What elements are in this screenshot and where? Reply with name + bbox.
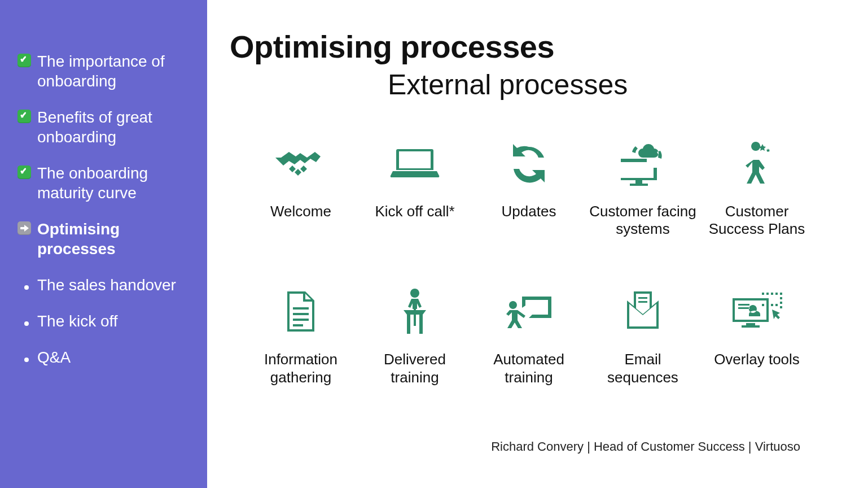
- agenda-item-sales-handover: The sales handover: [16, 274, 194, 295]
- agenda-item-label: The sales handover: [37, 274, 176, 295]
- agenda-item-label: Benefits of great onboarding: [37, 107, 194, 147]
- process-customer-systems: Customer facing systems: [589, 141, 697, 238]
- presenter-footer: Richard Convery | Head of Customer Succe…: [491, 439, 800, 454]
- slide: The importance of onboarding Benefits of…: [0, 0, 868, 488]
- agenda-item-label: The importance of onboarding: [37, 51, 194, 91]
- process-automated-training: Automated training: [475, 289, 583, 386]
- agenda-sidebar: The importance of onboarding Benefits of…: [0, 0, 207, 488]
- agenda-item-benefits: Benefits of great onboarding: [16, 107, 194, 147]
- process-label: Automated training: [475, 351, 583, 386]
- process-label: Overlay tools: [703, 351, 811, 368]
- process-label: Customer Success Plans: [703, 203, 811, 238]
- star-person-icon: [703, 141, 811, 186]
- agenda-item-label: The kick off: [37, 311, 118, 331]
- process-label: Delivered training: [361, 351, 469, 386]
- process-email-sequences: Email sequences: [589, 289, 697, 386]
- check-icon: [16, 52, 33, 69]
- agenda-item-kickoff: The kick off: [16, 311, 194, 331]
- bullet-icon: [16, 312, 33, 329]
- process-success-plans: Customer Success Plans: [703, 141, 811, 238]
- podium-icon: [361, 289, 469, 334]
- process-overlay-tools: Overlay tools: [703, 289, 811, 386]
- process-label: Customer facing systems: [589, 203, 697, 238]
- bullet-icon: [16, 276, 33, 293]
- process-label: Email sequences: [589, 351, 697, 386]
- agenda-item-importance: The importance of onboarding: [16, 51, 194, 91]
- process-updates: Updates: [475, 141, 583, 238]
- check-icon: [16, 164, 33, 181]
- process-label: Welcome: [247, 203, 355, 220]
- process-label: Kick off call*: [361, 203, 469, 220]
- laptop-icon: [361, 141, 469, 186]
- slide-subtitle: External processes: [388, 68, 845, 101]
- agenda-item-qa: Q&A: [16, 347, 194, 367]
- slide-body: Optimising processes External processes …: [207, 0, 868, 488]
- bullet-icon: [16, 348, 33, 365]
- check-icon: [16, 108, 33, 125]
- process-kickoff-call: Kick off call*: [361, 141, 469, 238]
- process-welcome: Welcome: [247, 141, 355, 238]
- monitor-cloud-icon: [589, 141, 697, 186]
- agenda-item-label: The onboarding maturity curve: [37, 163, 194, 203]
- agenda-item-label: Optimising processes: [37, 219, 194, 259]
- teacher-board-icon: [475, 289, 583, 334]
- envelope-doc-icon: [589, 289, 697, 334]
- process-grid: Welcome Kick off call* Updates Customer …: [247, 141, 811, 386]
- refresh-icon: [475, 141, 583, 186]
- slide-title: Optimising processes: [230, 28, 845, 65]
- agenda-item-label: Q&A: [37, 347, 71, 367]
- process-label: Information gathering: [247, 351, 355, 386]
- arrow-right-icon: [16, 220, 33, 237]
- agenda-item-maturity: The onboarding maturity curve: [16, 163, 194, 203]
- process-delivered-training: Delivered training: [361, 289, 469, 386]
- document-icon: [247, 289, 355, 334]
- process-label: Updates: [475, 203, 583, 220]
- process-info-gathering: Information gathering: [247, 289, 355, 386]
- overlay-screen-icon: [703, 289, 811, 334]
- handshake-icon: [247, 141, 355, 186]
- agenda-item-optimising: Optimising processes: [16, 219, 194, 259]
